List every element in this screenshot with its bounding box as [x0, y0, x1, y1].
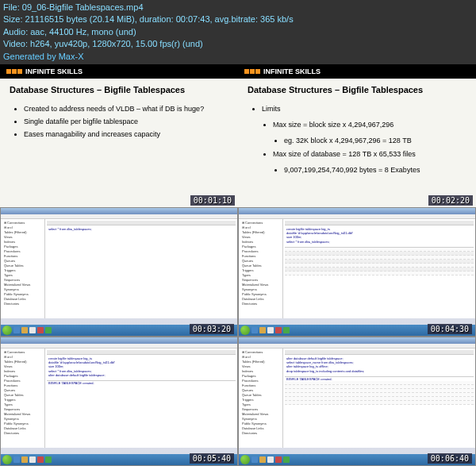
bullet-item: Eases managability and increases capacit… [24, 128, 225, 141]
bullet-item: Max size = block size x 4,294,967,296 eg… [273, 118, 463, 147]
slide-title: Database Structures – Bigfile Tablespace… [0, 79, 238, 98]
slide-2: INFINITE SKILLS Database Structures – Bi… [238, 64, 476, 207]
brand-logo-icon [6, 69, 22, 74]
slide-brand-header: INFINITE SKILLS [238, 64, 476, 79]
sql-editor[interactable]: alter database default bigfile tablespac… [283, 349, 475, 448]
results-grid[interactable] [285, 247, 474, 275]
slide-brand-header: INFINITE SKILLS [0, 64, 238, 79]
taskbar-icon[interactable] [21, 327, 28, 333]
screenshot-3: ⊞ Connections ⊟ orcl Tables (Filtered) V… [0, 207, 238, 337]
slides-row-1: INFINITE SKILLS Database Structures – Bi… [0, 64, 476, 207]
brand-text: INFINITE SKILLS [25, 67, 83, 75]
slide-bullets: Limits Max size = block size x 4,294,967… [238, 98, 476, 181]
taskbar-icon[interactable] [251, 456, 258, 463]
tree-item[interactable]: Directories [240, 302, 281, 306]
window-titlebar[interactable] [239, 337, 475, 344]
taskbar-icon[interactable] [283, 456, 290, 463]
window-titlebar[interactable] [239, 208, 475, 214]
bullet-item: Created to address needs of VLDB – what … [24, 102, 225, 115]
taskbar-icon[interactable] [37, 327, 44, 333]
timestamp-badge: 00:02:20 [428, 195, 473, 206]
taskbar-icon[interactable] [259, 456, 266, 463]
timestamp-badge: 00:03:20 [190, 324, 234, 334]
results-output[interactable]: BIGFILE TABLESPACE created. [285, 376, 474, 405]
editor-tab[interactable] [285, 221, 474, 225]
connections-tree[interactable]: ⊞ Connections ⊟ orcl Tables (Filtered) V… [1, 219, 45, 318]
taskbar-icon[interactable] [259, 327, 266, 333]
connections-tree[interactable]: ⊞ Connections ⊟ orcl Tables (Filtered) V… [239, 349, 283, 448]
video-info: Video: h264, yuv420p, 1280x720, 15.00 fp… [3, 38, 473, 50]
bullet-item: 9,007,199,254,740,992 bytes = 8 Exabytes [284, 164, 463, 176]
window-titlebar[interactable] [1, 337, 237, 344]
taskbar-icon[interactable] [13, 456, 20, 463]
sql-editor[interactable]: create bigfile tablespace big_ts datafil… [45, 349, 237, 448]
output-line: BIGFILE TABLESPACE created. [47, 381, 236, 385]
sql-line[interactable]: select * from dba_tablespaces; [285, 240, 474, 244]
slide-title: Database Structures – Bigfile Tablespace… [238, 79, 476, 98]
timestamp-badge: 00:05:40 [190, 453, 234, 464]
bullet-item: Single datafile per bigfile tablespace [24, 115, 225, 128]
editor-tab[interactable] [47, 221, 236, 225]
grid-row[interactable] [285, 272, 474, 275]
taskbar-icon[interactable] [267, 456, 274, 463]
slide-bullets: Created to address needs of VLDB – what … [0, 98, 238, 146]
taskbar-icon[interactable] [45, 327, 52, 333]
sql-line[interactable]: alter database default bigfile tablespac… [47, 373, 236, 377]
tree-item[interactable]: Directories [2, 302, 43, 306]
sql-editor[interactable]: create bigfile tablespace big_ts datafil… [283, 219, 475, 318]
taskbar-icon[interactable] [275, 327, 282, 333]
screenshot-6: ⊞ Connections ⊟ orcl Tables (Filtered) V… [238, 337, 476, 466]
screenshot-5: ⊞ Connections ⊟ orcl Tables (Filtered) V… [0, 337, 238, 466]
slide-1: INFINITE SKILLS Database Structures – Bi… [0, 64, 238, 207]
start-button[interactable] [240, 455, 250, 464]
start-button[interactable] [2, 325, 12, 335]
start-button[interactable] [2, 455, 12, 464]
editor-tab[interactable] [47, 350, 236, 355]
screenshots-row-2: ⊞ Connections ⊟ orcl Tables (Filtered) V… [0, 337, 476, 466]
output-line [285, 401, 474, 405]
window-titlebar[interactable] [1, 208, 237, 214]
taskbar-icon[interactable] [29, 456, 36, 463]
brand-logo-icon [244, 69, 260, 74]
connections-tree[interactable]: ⊞ Connections ⊟ orcl Tables (Filtered) V… [239, 219, 283, 318]
audio-info: Audio: aac, 44100 Hz, mono (und) [3, 26, 473, 38]
bullet-item: Max size of database = 128 TB x 65,533 f… [273, 148, 463, 176]
taskbar-icon[interactable] [267, 327, 274, 333]
sql-line[interactable]: select * from dba_tablespaces; [47, 227, 236, 231]
screenshot-4: ⊞ Connections ⊟ orcl Tables (Filtered) V… [238, 207, 476, 337]
screenshots-row-1: ⊞ Connections ⊟ orcl Tables (Filtered) V… [0, 207, 476, 337]
size-info: Size: 21116515 bytes (20.14 MiB), durati… [3, 13, 473, 25]
taskbar-icon[interactable] [275, 456, 282, 463]
taskbar-icon[interactable] [251, 327, 258, 333]
brand-text: INFINITE SKILLS [263, 67, 321, 75]
taskbar-icon[interactable] [283, 327, 290, 333]
taskbar-icon[interactable] [29, 327, 36, 333]
timestamp-badge: 00:06:40 [428, 453, 472, 464]
taskbar-icon[interactable] [21, 456, 28, 463]
generated-info: Generated by Max-X [3, 51, 473, 63]
editor-tab[interactable] [285, 350, 474, 355]
connections-tree[interactable]: ⊞ Connections ⊟ orcl Tables (Filtered) V… [1, 349, 45, 448]
bullet-item: Limits Max size = block size x 4,294,967… [262, 102, 463, 176]
media-info-header: File: 09_06-Bigfile Tablespaces.mp4 Size… [0, 0, 476, 64]
bullet-item: eg. 32K block x 4,294,967,296 = 128 TB [284, 134, 463, 147]
start-button[interactable] [240, 325, 250, 335]
taskbar-icon[interactable] [37, 456, 44, 463]
taskbar-icon[interactable] [45, 456, 52, 463]
sql-line[interactable]: drop tablespace big_ts including content… [285, 369, 474, 373]
tree-item[interactable]: Directories [2, 431, 43, 436]
timestamp-badge: 00:01:10 [190, 195, 235, 206]
taskbar-icon[interactable] [13, 327, 20, 333]
file-info: File: 09_06-Bigfile Tablespaces.mp4 [3, 2, 473, 13]
tree-item[interactable]: Directories [240, 431, 281, 436]
results-output[interactable]: BIGFILE TABLESPACE created. [47, 380, 236, 385]
sql-editor[interactable]: select * from dba_tablespaces; [45, 219, 237, 318]
timestamp-badge: 00:04:30 [428, 324, 472, 334]
